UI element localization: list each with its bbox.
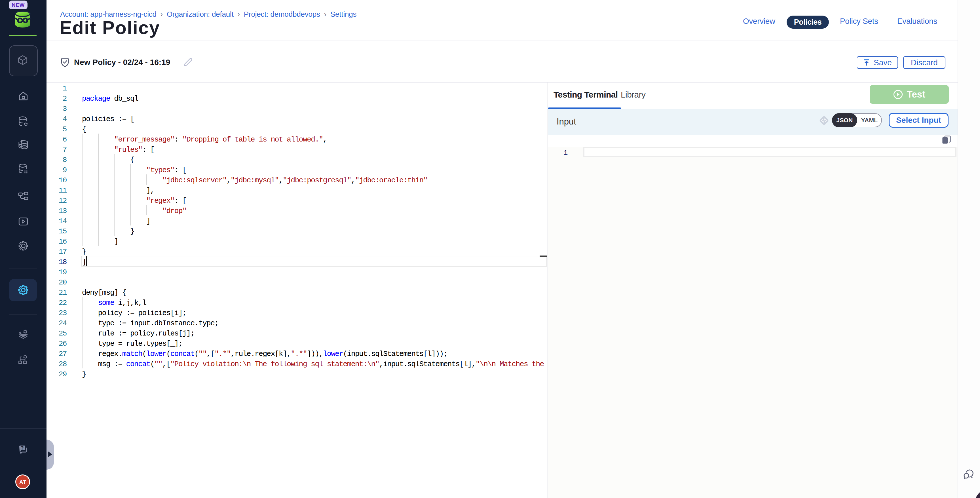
svg-text:?: ? [21,445,24,451]
